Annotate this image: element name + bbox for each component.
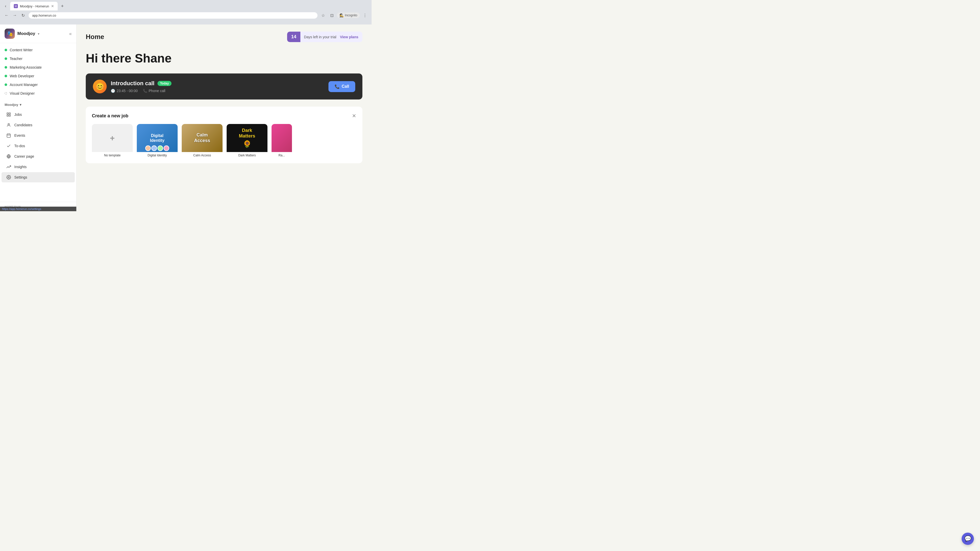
main-header: Home 14 Days left in your trial View pla… bbox=[86, 32, 363, 42]
close-create-job-btn[interactable]: ✕ bbox=[352, 113, 356, 119]
face-1 bbox=[145, 145, 151, 151]
incognito-label: Incognito bbox=[345, 14, 357, 17]
forward-btn[interactable]: → bbox=[11, 12, 18, 19]
svg-rect-1 bbox=[9, 113, 11, 114]
face-2 bbox=[151, 145, 157, 151]
brand-name: Moodjoy bbox=[18, 31, 35, 36]
job-label: Visual Designer bbox=[10, 91, 35, 95]
call-emoji: 😊 bbox=[95, 83, 104, 91]
face-3 bbox=[158, 145, 163, 151]
trial-text: Days left in your trial bbox=[301, 35, 340, 39]
nav-menu: Jobs Candidates Events bbox=[0, 108, 76, 184]
template-label: Digital Identity bbox=[137, 154, 178, 157]
call-avatar: 😊 bbox=[93, 79, 107, 94]
sidebar-item-label: Insights bbox=[14, 165, 27, 169]
template-text: CalmAccess bbox=[194, 132, 210, 143]
sidebar-item-jobs[interactable]: Jobs bbox=[2, 110, 75, 120]
job-item-content-writer[interactable]: Content Writer bbox=[0, 46, 76, 54]
sidebar-scroll: Content Writer Teacher Marketing Associa… bbox=[0, 43, 76, 202]
svg-point-10 bbox=[8, 177, 10, 178]
job-item-visual-designer[interactable]: Visual Designer bbox=[0, 89, 76, 98]
job-item-web-developer[interactable]: Web Developer bbox=[0, 72, 76, 80]
template-card-no-template[interactable]: + No template bbox=[92, 124, 133, 157]
grid-icon bbox=[6, 112, 11, 117]
trial-banner: 14 Days left in your trial View plans bbox=[287, 32, 363, 42]
bookmark-btn[interactable]: ☆ bbox=[320, 12, 327, 19]
sidebar-collapse-btn[interactable]: « bbox=[69, 31, 72, 37]
back-btn[interactable]: ← bbox=[3, 12, 10, 19]
call-button[interactable]: 📞 Call bbox=[328, 81, 355, 92]
sidebar: 🎭 Moodjoy ▾ « Content Writer Teacher bbox=[0, 24, 76, 211]
call-info: Introduction call Today 🕐 23:45 - 00:00 … bbox=[111, 80, 325, 93]
brand-area[interactable]: 🎭 Moodjoy ▾ bbox=[5, 29, 40, 39]
today-badge: Today bbox=[158, 81, 171, 86]
svg-rect-3 bbox=[9, 115, 11, 116]
job-item-marketing-associate[interactable]: Marketing Associate bbox=[0, 63, 76, 72]
sidebar-header: 🎭 Moodjoy ▾ « bbox=[0, 24, 76, 43]
tab-prev-btn[interactable]: ‹ bbox=[2, 3, 9, 10]
sidebar-item-events[interactable]: Events bbox=[2, 130, 75, 141]
sidebar-item-career-page[interactable]: Career page bbox=[2, 151, 75, 162]
template-text: DigitalIdentity bbox=[150, 133, 165, 143]
dark-matters-emoji: 🌻 bbox=[243, 140, 251, 148]
create-job-section: Create a new job ✕ + No template Digital… bbox=[86, 106, 363, 163]
browser-tab[interactable]: M Moodjoy - Homerun ✕ bbox=[10, 2, 58, 11]
template-card-dark-matters[interactable]: DarkMatters 🌻 Dark Matters bbox=[227, 124, 267, 157]
globe-icon bbox=[6, 154, 11, 159]
create-job-title: Create a new job bbox=[92, 113, 128, 119]
phone-icon: 📞 bbox=[143, 89, 147, 93]
menu-btn[interactable]: ⋮ bbox=[361, 12, 369, 19]
browser-chrome: ‹ M Moodjoy - Homerun ✕ + ← → ↻ ☆ ⊡ 🕵 In… bbox=[0, 0, 372, 24]
brand-chevron-icon: ▾ bbox=[38, 32, 40, 36]
url-input[interactable] bbox=[29, 12, 318, 19]
job-label: Teacher bbox=[10, 57, 22, 61]
template-thumbnail-empty: + bbox=[92, 124, 133, 152]
template-label: No template bbox=[92, 154, 133, 157]
sidebar-section-label: Moodjoy ▾ bbox=[0, 100, 76, 108]
status-bar: https://app.homerun.co/settings bbox=[0, 206, 76, 211]
job-status-dot bbox=[5, 75, 7, 77]
clock-icon: 🕐 bbox=[111, 89, 115, 93]
template-card-digital-identity[interactable]: DigitalIdentity Digital Identity bbox=[137, 124, 178, 157]
template-card-calm-access[interactable]: CalmAccess Calm Access bbox=[182, 124, 223, 157]
nav-controls: ← → ↻ bbox=[3, 12, 27, 19]
profile-btn[interactable]: ⊡ bbox=[328, 12, 335, 19]
sidebar-item-label: Jobs bbox=[14, 113, 22, 117]
person-icon bbox=[6, 122, 11, 127]
browser-actions: ☆ ⊡ 🕵 Incognito ⋮ bbox=[320, 12, 369, 19]
template-thumbnail-calm: CalmAccess bbox=[182, 124, 223, 152]
template-thumbnail-partial bbox=[272, 124, 292, 152]
gear-icon bbox=[6, 175, 11, 180]
sidebar-item-candidates[interactable]: Candidates bbox=[2, 120, 75, 130]
job-status-dot bbox=[5, 83, 7, 86]
sidebar-item-insights[interactable]: Insights bbox=[2, 162, 75, 172]
template-card-partial[interactable]: Ra... bbox=[272, 124, 292, 157]
job-label: Content Writer bbox=[10, 48, 33, 52]
tab-bar: ‹ M Moodjoy - Homerun ✕ + bbox=[0, 0, 372, 10]
job-status-dot bbox=[5, 57, 7, 60]
new-tab-btn[interactable]: + bbox=[59, 3, 66, 10]
face-row bbox=[137, 145, 178, 151]
tab-favicon: M bbox=[14, 4, 18, 8]
sidebar-item-label: Candidates bbox=[14, 123, 32, 127]
tab-close-btn[interactable]: ✕ bbox=[51, 4, 54, 8]
call-time: 🕐 23:45 - 00:00 bbox=[111, 89, 138, 93]
view-plans-button[interactable]: View plans bbox=[340, 35, 363, 39]
job-item-account-manager[interactable]: Account Manager bbox=[0, 80, 76, 89]
address-bar: ← → ↻ ☆ ⊡ 🕵 Incognito ⋮ bbox=[0, 10, 372, 21]
sidebar-item-label: Settings bbox=[14, 175, 27, 179]
incognito-icon: 🕵 bbox=[339, 13, 344, 17]
calendar-icon bbox=[6, 133, 11, 138]
sidebar-item-todos[interactable]: To-dos bbox=[2, 141, 75, 151]
template-label: Dark Matters bbox=[227, 154, 267, 157]
svg-rect-0 bbox=[7, 113, 8, 114]
trial-days-count: 14 bbox=[287, 32, 301, 42]
job-item-teacher[interactable]: Teacher bbox=[0, 54, 76, 63]
job-label: Account Manager bbox=[10, 83, 38, 87]
sidebar-item-settings[interactable]: Settings bbox=[2, 172, 75, 183]
chart-icon bbox=[6, 164, 11, 169]
reload-btn[interactable]: ↻ bbox=[19, 12, 27, 19]
template-text: DarkMatters bbox=[239, 128, 255, 139]
call-card: 😊 Introduction call Today 🕐 23:45 - 00:0… bbox=[86, 73, 363, 100]
face-4 bbox=[164, 145, 169, 151]
